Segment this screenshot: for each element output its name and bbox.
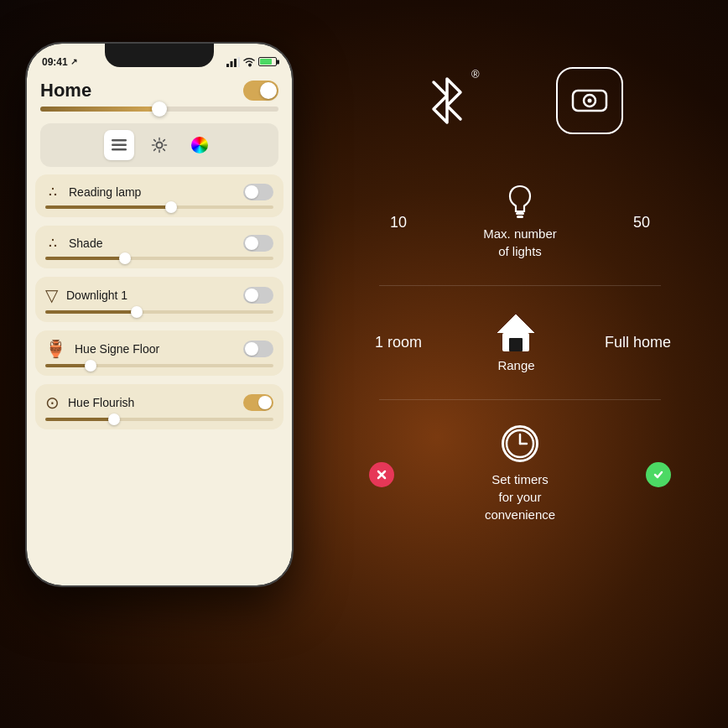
list-item: ⊙ Hue Flourish <box>35 384 283 429</box>
range-label: Range <box>497 356 534 374</box>
light-toggle[interactable] <box>243 184 273 200</box>
light-name: Reading lamp <box>69 185 141 199</box>
light-slider[interactable] <box>45 205 273 209</box>
svg-rect-2 <box>234 59 237 67</box>
list-item: 🏺 Hue Signe Floor <box>35 330 283 376</box>
bridge-range-value: Full home <box>605 334 671 351</box>
check-icon <box>653 470 663 480</box>
lights-label: Max. numberof lights <box>483 225 557 260</box>
light-toggle[interactable] <box>243 287 273 304</box>
list-item: ⛬ Shade <box>35 226 283 268</box>
bulb-icon: ⛬ <box>45 234 60 252</box>
svg-rect-6 <box>112 148 127 151</box>
compare-row-lights: 10 Max. numberof lights 50 <box>344 159 696 285</box>
clock-svg <box>504 428 536 460</box>
slider-thumb <box>131 306 143 318</box>
compare-center-range: Range <box>457 311 575 374</box>
bulb-icon: ⛬ <box>45 183 60 200</box>
status-icons <box>226 57 277 67</box>
slider-thumb <box>165 201 177 213</box>
compare-center-lights: Max. numberof lights <box>461 185 579 260</box>
bluetooth-lights-value: 10 <box>369 214 428 231</box>
bluetooth-icon <box>427 75 467 126</box>
registered-mark: ® <box>471 68 480 81</box>
light-row: ⛬ Shade <box>45 234 273 252</box>
light-row: 🏺 Hue Signe Floor <box>45 339 273 359</box>
light-left: ▽ Downlight 1 <box>45 285 127 305</box>
slider-fill <box>45 418 114 421</box>
bluetooth-section: ® <box>418 71 476 130</box>
light-name: Hue Signe Floor <box>75 342 159 356</box>
light-row: ▽ Downlight 1 <box>45 285 273 305</box>
brightness-thumb <box>152 101 167 117</box>
floor-lamp-icon: 🏺 <box>45 339 66 359</box>
ceiling-icon: ⊙ <box>45 393 60 413</box>
clock-icon <box>502 425 538 462</box>
toggle-knob <box>260 82 277 99</box>
light-name: Shade <box>69 237 102 250</box>
bridge-timer-status <box>646 462 671 487</box>
location-icon: ↗ <box>70 57 77 66</box>
light-name: Hue Flourish <box>68 396 134 409</box>
timer-label: Set timersfor yourconvenience <box>485 471 555 523</box>
svg-rect-4 <box>112 139 127 142</box>
compare-section: 10 Max. numberof lights 50 1 room <box>344 159 696 549</box>
slider-fill <box>45 364 91 367</box>
light-toggle[interactable] <box>243 394 273 411</box>
compare-center-timer: Set timersfor yourconvenience <box>461 425 579 523</box>
signal-icon <box>226 57 240 67</box>
light-toggle[interactable] <box>243 235 273 252</box>
light-slider[interactable] <box>45 418 273 421</box>
svg-rect-12 <box>517 216 523 218</box>
battery-icon <box>258 57 277 66</box>
side-button-right <box>292 127 294 178</box>
cross-icon <box>377 470 387 480</box>
notch <box>105 44 214 67</box>
toggle-knob <box>258 396 272 409</box>
svg-rect-0 <box>226 64 229 67</box>
compare-row-range: 1 room Range Full home <box>344 286 696 399</box>
light-name: Downlight 1 <box>66 289 127 302</box>
lights-list: ⛬ Reading lamp <box>27 170 292 434</box>
status-time: 09:41 ↗ <box>42 56 77 68</box>
list-item: ▽ Downlight 1 <box>35 277 283 322</box>
svg-rect-11 <box>516 212 524 215</box>
brightness-slider-container[interactable] <box>27 107 292 120</box>
bridge-icon-box <box>556 67 623 134</box>
light-left: ⛬ Shade <box>45 234 102 252</box>
bluetooth-range-value: 1 room <box>369 334 428 351</box>
bridge-icon <box>571 84 608 117</box>
tab-color[interactable] <box>185 130 215 160</box>
toggle-knob <box>245 237 258 250</box>
slider-fill <box>45 205 171 209</box>
wifi-icon <box>243 57 255 67</box>
light-row: ⊙ Hue Flourish <box>45 393 273 413</box>
home-toggle[interactable] <box>243 81 278 101</box>
light-slider[interactable] <box>45 257 273 260</box>
toggle-knob <box>245 342 258 356</box>
comparison-panel: ® 10 Max. numberof lights <box>344 50 696 705</box>
tab-bar <box>40 123 278 167</box>
light-left: ⛬ Reading lamp <box>45 183 141 200</box>
icons-row: ® <box>344 50 696 151</box>
toggle-knob <box>245 185 258 199</box>
compare-row-timers: Set timersfor yourconvenience <box>344 400 696 549</box>
svg-rect-3 <box>238 57 241 67</box>
phone-frame: 09:41 ↗ <box>25 42 294 587</box>
slider-fill <box>45 310 137 314</box>
light-slider[interactable] <box>45 310 273 314</box>
bulb-icon <box>508 185 532 220</box>
app-title: Home <box>40 80 91 101</box>
tab-settings[interactable] <box>144 130 174 160</box>
brightness-fill <box>40 107 159 112</box>
slider-thumb <box>119 252 131 264</box>
svg-rect-14 <box>509 338 523 351</box>
svg-rect-1 <box>231 61 233 67</box>
bluetooth-timer-status <box>369 462 394 487</box>
light-slider[interactable] <box>45 364 273 367</box>
tab-list[interactable] <box>104 130 134 160</box>
home-icon <box>494 311 538 351</box>
phone-screen: 09:41 ↗ <box>27 44 292 585</box>
light-toggle[interactable] <box>243 341 273 357</box>
phone-mockup: 09:41 ↗ <box>25 42 310 679</box>
